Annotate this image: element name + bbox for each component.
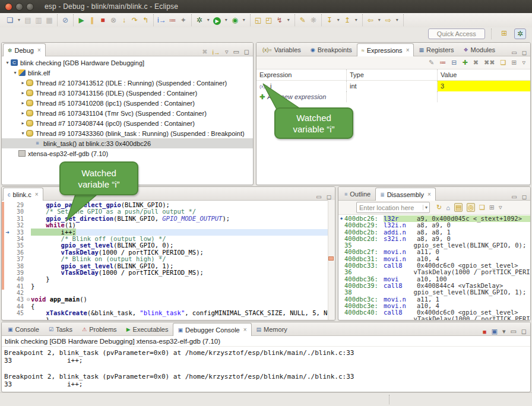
maximize-view-icon[interactable]: ◻ [522,49,527,56]
expression-row[interactable]: (x)= i int 3 [256,81,530,91]
new-view-icon[interactable]: ❏ [479,204,485,211]
add-expression-icon[interactable]: ✚ [463,59,468,66]
resume-icon[interactable]: ▶ [77,15,86,26]
tree-twisty-icon[interactable]: ▾ [4,60,11,65]
tree-twisty-icon[interactable]: ▸ [20,120,26,126]
tab-executables[interactable]: ▶Executables [122,322,173,335]
last-edit-location-icon[interactable]: ↧ [325,15,334,26]
external-tools-icon[interactable]: ◉ [231,15,239,26]
close-tab-icon[interactable]: × [243,326,247,333]
code-line[interactable]: 40 } [2,276,335,283]
debug-tree-row[interactable]: ▸Thread #2 1073413512 (IDLE : Running) (… [2,78,253,88]
close-tab-icon[interactable]: × [37,47,41,53]
code-line[interactable]: 39 vTaskDelay(1000 / portTICK_PERIOD_MS)… [2,269,335,276]
step-over-icon[interactable]: ↷ [131,15,139,26]
column-type[interactable]: Type [347,69,438,80]
terminate-console-icon[interactable]: ■ [483,328,487,335]
forward-icon[interactable]: ⇨ [384,15,392,26]
external-tools-dropdown-icon[interactable]: ▾ [242,15,246,26]
refresh-icon[interactable]: ↻ [436,204,442,211]
tab-console[interactable]: ▣Console [3,322,44,335]
tab-debugger-console[interactable]: ▣Debugger Console× [173,323,251,336]
line-number[interactable]: 30 [11,208,26,215]
instruction-stepping-icon[interactable]: i→ [157,15,166,26]
debug-tree-row[interactable]: ▾Cblink checking [GDB Hardware Debugging… [2,58,253,68]
view-menu-icon[interactable]: ▿ [499,204,502,211]
show-type-names-icon[interactable]: ✎ [429,59,434,66]
line-number[interactable]: 34 [11,236,26,242]
line-number[interactable]: 29 [11,202,26,208]
line-number[interactable]: 39 [11,269,26,276]
show-logical-structure-icon[interactable]: ≔ [439,59,446,66]
remove-all-terminated-icon[interactable]: ✖ [202,48,207,56]
debug-tree-row[interactable]: ≡blink_task() at blink.c:33 0x400dbc26 [2,138,253,148]
column-expression[interactable]: Expression [256,69,347,80]
view-menu-icon[interactable]: ▿ [225,48,229,56]
flash-dropdown-icon[interactable]: ▾ [286,15,291,26]
collapse-all-icon[interactable]: ⊟ [451,59,457,66]
open-folder-icon[interactable]: ◱ [254,15,262,26]
sync-selection-toggle-icon[interactable]: ◎ [467,203,475,212]
debug-tree-row[interactable]: ▾Thread #9 1073433360 (blink_task : Runn… [2,128,253,138]
maximize-view-icon[interactable]: ◻ [521,328,527,335]
tab-memory[interactable]: ▤Memory [252,322,292,335]
code-line[interactable]: 41} [2,283,335,290]
line-number[interactable]: 37 [11,256,26,262]
debug-tree-row[interactable]: ▸Thread #3 1073413156 (IDLE) (Suspended … [2,88,253,98]
console-output[interactable]: Breakpoint 2, blink_task (pvParameter=0x… [2,347,530,388]
code-line[interactable]: 43⊖void app_main() [2,296,335,303]
tree-twisty-icon[interactable]: ▸ [20,80,26,85]
run-launch-icon[interactable]: ▶ [213,15,221,26]
skip-all-breakpoints-icon[interactable]: ⊘ [61,15,69,26]
remove-expression-icon[interactable]: ✖ [473,59,479,66]
tab-tasks[interactable]: ☑Tasks [44,322,77,335]
pin-view-icon[interactable]: ⊞ [489,204,495,211]
minimize-view-icon[interactable]: ▭ [511,49,517,56]
flash-download-icon[interactable]: ↯ [276,15,284,26]
terminate-icon[interactable]: ■ [99,15,107,26]
close-tab-icon[interactable]: × [35,191,39,198]
back-dropdown-icon[interactable]: ▾ [377,15,382,26]
quick-access-button[interactable]: Quick Access [428,28,485,39]
location-combo[interactable]: Enter location here ▾ [356,202,430,213]
tab-breakpoints[interactable]: ◉Breakpoints [306,43,357,56]
forward-dropdown-icon[interactable]: ▾ [395,15,400,26]
line-number[interactable]: 42 [11,290,26,296]
maximize-view-icon[interactable]: ◻ [244,48,249,56]
view-menu-icon[interactable]: ▿ [522,59,525,66]
debug-tree-row[interactable]: ▸Thread #6 1073431104 (Tmr Svc) (Suspend… [2,108,253,118]
tree-twisty-icon[interactable]: ▸ [20,100,26,106]
display-selected-console-icon[interactable]: ▣ [492,328,498,335]
combo-dropdown-icon[interactable]: ▾ [423,205,429,210]
minimize-view-icon[interactable]: ▭ [233,48,239,56]
go-to-line-icon[interactable]: ↥ [343,15,352,26]
open-resource-icon[interactable]: ◰ [265,15,273,26]
step-return-icon[interactable]: ↰ [141,15,150,26]
open-perspective-icon[interactable]: ⊞ [499,28,509,39]
disassembly-listing[interactable]: ◆400dbc26:l32ra9, 0x400d045c <_stext+109… [338,215,530,321]
line-number[interactable]: 31 [11,215,26,222]
line-number[interactable]: 43 [11,296,26,303]
breakpoint-overview-marker[interactable] [328,256,334,261]
save-icon[interactable]: ▤ [24,15,32,26]
line-number[interactable]: 36 [11,249,26,256]
window-maximize-button[interactable] [26,3,34,11]
maximize-view-icon[interactable]: ◻ [327,194,331,200]
window-close-button[interactable] [5,3,12,11]
line-number[interactable]: 35 [11,242,26,249]
tab-outline[interactable]: ≡Outline [340,187,375,200]
code-line[interactable]: 45 xTaskCreate(&blink_task, "blink_task"… [2,310,335,316]
tab-modules[interactable]: ❖Modules [458,43,500,56]
thread-presentation-icon[interactable]: i→ [212,49,220,56]
suspend-icon[interactable]: ∥ [88,15,96,26]
tree-twisty-icon[interactable]: ▾ [20,131,26,136]
mark-occurrences-icon[interactable]: ✎ [299,15,307,26]
tab-blink-c[interactable]: cblink.c× [3,188,43,201]
minimize-view-icon[interactable]: ▭ [510,328,516,335]
save-all-icon[interactable]: ▥ [34,15,43,26]
line-number[interactable]: 45 [11,310,26,316]
show-debug-sources-icon[interactable]: ≔ [169,15,177,26]
column-value[interactable]: Value [438,69,530,80]
debug-tree-row[interactable]: ▸Thread #7 1073408744 (ipc0) (Suspended … [2,118,253,128]
minimize-view-icon[interactable]: ▭ [316,194,321,200]
